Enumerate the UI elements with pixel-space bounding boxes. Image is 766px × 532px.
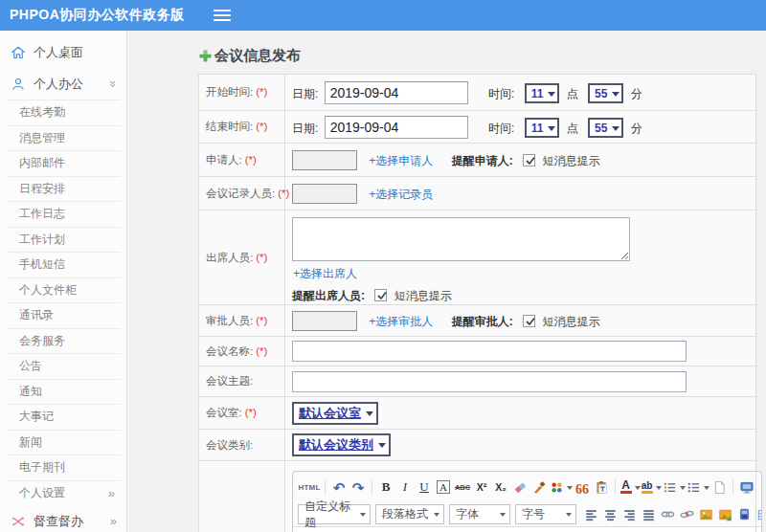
new-page-icon[interactable] (710, 477, 729, 497)
sms-checkbox[interactable] (523, 154, 535, 166)
blockquote-button[interactable]: 66 (574, 480, 592, 499)
dropdown-arrow-icon (656, 486, 662, 493)
end-minute-select[interactable]: 55 (588, 118, 623, 138)
chevron-right-icon: » (110, 514, 117, 528)
align-center-icon[interactable] (601, 505, 620, 524)
align-left-icon[interactable] (582, 505, 600, 524)
sidebar-item-contacts[interactable]: 通讯录 (8, 302, 121, 328)
paragraph-format-select[interactable]: 段落格式 (375, 504, 444, 524)
sidebar-item-internal-mail[interactable]: 内部邮件 (8, 150, 121, 176)
remind-applicant-label: 提醒申请人: (452, 154, 513, 167)
sidebar-item-work-log[interactable]: 工作日志 (8, 201, 121, 227)
attendees-textarea[interactable] (292, 217, 630, 261)
time-label: 时间: (488, 122, 514, 135)
form-row-end-time: 结束时间:(*) 日期: 时间: 11 点 55 分 (199, 111, 756, 144)
link-icon[interactable] (659, 505, 677, 524)
meeting-subject-input[interactable] (292, 371, 687, 392)
dropdown-arrow-icon (548, 92, 555, 100)
font-color-button[interactable]: A (620, 477, 641, 497)
required-mark: (*) (256, 86, 267, 98)
form-row-recorder: 会议记录人员:(*) +选择记录员 (199, 177, 756, 211)
bold-button[interactable]: B (377, 477, 395, 497)
editor-toolbar-row-1: HTML ↶ ↷ B I U A ABC X² X₂ (293, 472, 761, 501)
select-recorder-link[interactable]: +选择记录员 (369, 188, 433, 201)
heading-style-select[interactable]: 自定义标题 (298, 504, 371, 524)
insert-table-icon[interactable] (755, 505, 763, 524)
sidebar-item-news[interactable]: 新闻 (8, 430, 121, 455)
form-row-meeting-room: 会议室:(*) 默认会议室 (199, 397, 756, 430)
sidebar-item-message-management[interactable]: 消息管理 (8, 125, 121, 151)
sidebar-item-personal-office[interactable]: 个人办公 » (0, 68, 126, 100)
sidebar-item-notice[interactable]: 通知 (8, 379, 121, 405)
sidebar-item-personal-files[interactable]: 个人文件柜 (8, 277, 121, 303)
form-row-attendees: 出席人员:(*) +选择出席人 提醒出席人员: 短消息提示 (199, 211, 756, 305)
unordered-list-icon[interactable] (687, 477, 710, 497)
sidebar-item-memorabilia[interactable]: 大事记 (8, 404, 121, 430)
meeting-category-select[interactable]: 默认会议类别 (292, 433, 391, 456)
superscript-button[interactable]: X² (473, 477, 491, 497)
sidebar-item-online-attendance[interactable]: 在线考勤 (8, 100, 121, 125)
start-date-input[interactable] (325, 81, 468, 104)
font-family-select[interactable]: 字体 (449, 504, 510, 524)
sidebar-item-personal-settings[interactable]: 个人设置 » (8, 480, 121, 506)
form-row-approver: 审批人员:(*) +选择审批人 提醒审批人: 短消息提示 (199, 305, 756, 337)
end-date-input[interactable] (325, 116, 468, 139)
sidebar-item-work-plan[interactable]: 工作计划 (8, 227, 121, 253)
sidebar-submenu: 在线考勤 消息管理 内部邮件 日程安排 工作日志 工作计划 手机短信 个人文件柜… (0, 100, 126, 505)
hamburger-icon[interactable] (214, 10, 231, 21)
meeting-name-input[interactable] (292, 341, 687, 362)
redo-button[interactable]: ↷ (349, 477, 368, 497)
sidebar-item-sms[interactable]: 手机短信 (8, 252, 121, 277)
start-minute-select[interactable]: 55 (588, 83, 623, 103)
eraser-icon[interactable] (511, 477, 529, 497)
recorder-input[interactable] (292, 184, 357, 204)
strikethrough-button[interactable]: ABC (454, 477, 472, 497)
underline-button[interactable]: U (416, 477, 434, 497)
dropdown-arrow-icon (366, 411, 373, 420)
sms-label: 短消息提示 (394, 289, 452, 302)
highlight-color-button[interactable]: ab (642, 477, 662, 497)
insert-image-icon[interactable] (697, 505, 715, 524)
insert-media-icon[interactable] (735, 505, 754, 524)
approver-input[interactable] (292, 311, 357, 331)
editor-content-area[interactable] (293, 526, 761, 532)
paste-icon[interactable] (593, 477, 611, 497)
applicant-input[interactable] (292, 150, 357, 170)
italic-button[interactable]: I (396, 477, 415, 497)
user-icon (11, 77, 26, 92)
font-style-button[interactable]: A (435, 477, 453, 497)
sidebar-item-personal-desktop[interactable]: 个人桌面 (0, 36, 126, 68)
select-attendees-link[interactable]: +选择出席人 (293, 267, 357, 280)
sidebar-item-label: 个人桌面 (34, 44, 83, 61)
sms-checkbox[interactable] (374, 289, 387, 301)
form-row-meeting-name: 会议名称:(*) (199, 337, 756, 366)
fullscreen-icon[interactable] (738, 477, 756, 497)
sidebar-item-schedule[interactable]: 日程安排 (8, 176, 121, 202)
select-approver-link[interactable]: +选择审批人 (369, 315, 433, 328)
editor-toolbar-row-2: 自定义标题 段落格式 字体 字号 (293, 501, 761, 526)
dropdown-arrow-icon (567, 486, 573, 493)
undo-button[interactable]: ↶ (330, 477, 349, 497)
html-source-button[interactable]: HTML (299, 477, 321, 497)
align-justify-icon[interactable] (640, 505, 658, 524)
ordered-list-icon[interactable] (663, 477, 686, 497)
start-hour-select[interactable]: 11 (525, 83, 560, 103)
page-title: 会议信息发布 (198, 47, 766, 65)
sms-checkbox[interactable] (523, 315, 535, 327)
insert-flash-icon[interactable] (716, 505, 734, 524)
font-size-select[interactable]: 字号 (515, 504, 576, 524)
end-hour-select[interactable]: 11 (525, 118, 560, 138)
sidebar-item-announcement[interactable]: 公告 (8, 353, 121, 379)
select-applicant-link[interactable]: +选择申请人 (369, 154, 433, 167)
meeting-room-select[interactable]: 默认会议室 (292, 402, 378, 425)
inspect-icon (11, 514, 26, 529)
sidebar-item-e-journal[interactable]: 电子期刊 (8, 454, 121, 480)
subscript-button[interactable]: X₂ (492, 477, 510, 497)
color-palette-icon[interactable] (550, 477, 573, 497)
plus-icon (198, 49, 213, 63)
unlink-icon[interactable] (678, 505, 696, 524)
align-right-icon[interactable] (620, 505, 639, 524)
format-brush-icon[interactable] (530, 477, 549, 497)
sidebar-item-meeting-services[interactable]: 会务服务 (8, 328, 121, 354)
sidebar-item-supervision[interactable]: 督查督办 » (0, 505, 126, 532)
